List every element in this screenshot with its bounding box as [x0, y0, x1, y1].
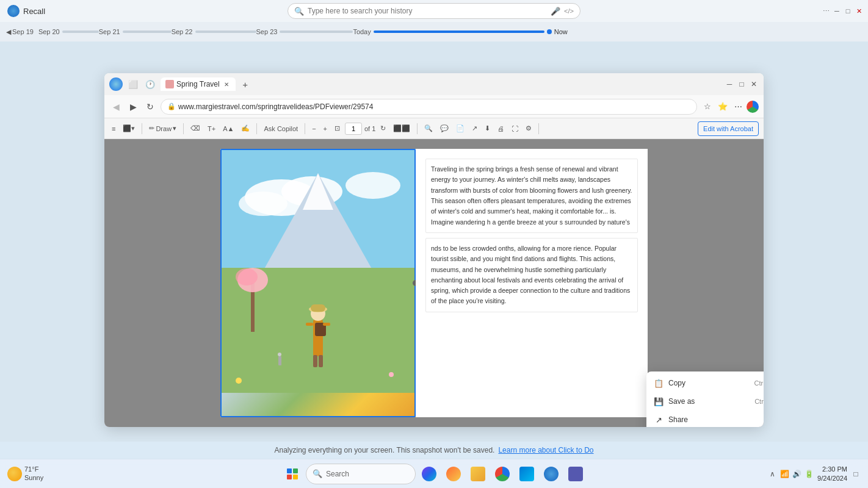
- chevron-up-icon[interactable]: ∧: [767, 469, 777, 479]
- pdf-text-tool[interactable]: ≡: [109, 121, 118, 136]
- timeline-now-label: Now: [554, 28, 568, 35]
- svg-point-3: [239, 192, 288, 216]
- pdf-two-page-button[interactable]: ⬛⬛: [391, 121, 413, 136]
- pdf-content-area: Traveling in the spring brings a fresh s…: [104, 139, 764, 427]
- taskbar-search-bar[interactable]: 🔍 Search: [306, 464, 416, 484]
- weather-condition: Sunny: [24, 474, 43, 482]
- new-tab-button[interactable]: +: [239, 78, 251, 90]
- timeline-today[interactable]: Today: [353, 28, 551, 35]
- browser-more-button[interactable]: ⋯: [731, 100, 745, 113]
- pdf-comment-button[interactable]: 💬: [438, 121, 451, 136]
- pdf-rotate-button[interactable]: ↻: [378, 121, 388, 136]
- pdf-add-text-tool[interactable]: T+: [205, 121, 218, 136]
- timeline-sep21[interactable]: Sep 21: [99, 28, 172, 35]
- ctx-copy-item[interactable]: 📋 Copy Ctrl+C: [646, 374, 764, 392]
- ctx-copy-label: Copy: [668, 379, 750, 387]
- learn-more-link[interactable]: Learn more about Click to Do: [498, 446, 593, 454]
- maximize-button[interactable]: □: [844, 7, 852, 15]
- browser-extensions-button[interactable]: ⬜: [126, 77, 140, 91]
- volume-icon[interactable]: 🔊: [792, 469, 801, 479]
- timeline-sep20[interactable]: Sep 20: [38, 28, 99, 35]
- browser-tab-spring-travel[interactable]: Spring Travel ✕: [161, 77, 236, 91]
- status-bar: Analyzing everything on your screen. Thi…: [0, 442, 868, 459]
- pdf-download-button[interactable]: ⬇: [482, 121, 493, 136]
- pdf-page-input[interactable]: [345, 123, 362, 135]
- timeline-back-button[interactable]: ◀ Sep 19: [6, 28, 34, 36]
- pdf-draw-tool[interactable]: ✏ Draw ▾: [146, 121, 179, 136]
- browser-close-button[interactable]: ✕: [749, 79, 759, 89]
- network-icon[interactable]: 📶: [779, 469, 789, 479]
- taskbar-center: 🔍 Search: [281, 463, 587, 485]
- timeline-sep22[interactable]: Sep 22: [172, 28, 256, 35]
- pdf-search-button[interactable]: 🔍: [422, 121, 435, 136]
- edit-with-acrobat-button[interactable]: Edit with Acrobat: [698, 121, 759, 136]
- weather-widget[interactable]: 71°F Sunny: [7, 465, 43, 481]
- tab-title: Spring Travel: [176, 80, 220, 88]
- history-search-bar[interactable]: 🔍 🎤 </>: [288, 3, 580, 19]
- taskbar-store-button[interactable]: [516, 463, 538, 485]
- pdf-expand-button[interactable]: ⛶: [509, 121, 521, 136]
- pdf-zoom-in-button[interactable]: +: [321, 121, 330, 136]
- status-text: Analyzing everything on your screen. Thi…: [274, 446, 494, 454]
- back-navigation-button[interactable]: ◀: [109, 100, 123, 113]
- pdf-view-button[interactable]: 📄: [454, 121, 467, 136]
- tab-close-button[interactable]: ✕: [222, 80, 231, 88]
- taskbar-teams-button[interactable]: [565, 463, 587, 485]
- taskbar-recall-button[interactable]: [540, 463, 562, 485]
- close-button[interactable]: ✕: [855, 7, 863, 15]
- mic-icon[interactable]: 🎤: [551, 7, 560, 16]
- pdf-share2-button[interactable]: ↗: [469, 121, 480, 136]
- weather-temp: 71°F: [24, 465, 43, 473]
- pdf-total-pages: of 1: [364, 125, 375, 132]
- timeline-track-sep20: [62, 30, 99, 33]
- pdf-settings-button[interactable]: ⚙: [523, 121, 534, 136]
- system-clock[interactable]: 2:30 PM 9/24/2024: [817, 465, 847, 483]
- ctx-share-item[interactable]: ↗ Share: [646, 411, 764, 427]
- url-bar[interactable]: 🔒 www.margiestravel.com/springtravelidea…: [161, 99, 697, 115]
- photos-icon: [446, 467, 461, 481]
- browser-maximize-button[interactable]: □: [737, 79, 747, 89]
- pdf-image-side[interactable]: [220, 149, 416, 417]
- notification-icon[interactable]: □: [851, 469, 861, 479]
- pdf-select-tool[interactable]: ⬛▾: [120, 121, 137, 136]
- pdf-print-button[interactable]: 🖨: [495, 121, 507, 136]
- ctx-share-label: Share: [668, 415, 764, 424]
- ctx-saveas-item[interactable]: 💾 Save as Ctrl+S: [646, 392, 764, 411]
- pdf-fit-button[interactable]: ⊡: [332, 121, 342, 136]
- favorites-button[interactable]: ☆: [701, 100, 714, 113]
- taskbar-photos-button[interactable]: [443, 463, 465, 485]
- pdf-text-size-tool[interactable]: A▲: [220, 121, 236, 136]
- more-options-button[interactable]: ⋯: [822, 7, 830, 15]
- pdf-ask-copilot-button[interactable]: Ask Copilot: [261, 121, 300, 136]
- taskbar-copilot-button[interactable]: [418, 463, 440, 485]
- browser-profile-icon[interactable]: [109, 77, 123, 91]
- history-search-input[interactable]: [308, 7, 547, 15]
- svg-rect-17: [319, 355, 323, 367]
- browser-history-button[interactable]: 🕐: [143, 77, 157, 91]
- recall-app-title: Recall: [23, 7, 45, 16]
- browser-minimize-button[interactable]: ─: [725, 79, 734, 89]
- pdf-toolbar: ≡ ⬛▾ ✏ Draw ▾ ⌫ T+ A▲ ✍ Ask Copilot − + …: [104, 118, 764, 139]
- pdf-eraser-tool[interactable]: ⌫: [188, 121, 203, 136]
- pdf-zoom-out-button[interactable]: −: [309, 121, 318, 136]
- files-icon: [471, 467, 485, 481]
- timeline-sep23[interactable]: Sep 23: [256, 28, 353, 35]
- title-bar-left: Recall: [7, 5, 45, 17]
- pdf-handwrite-tool[interactable]: ✍: [239, 121, 252, 136]
- refresh-button[interactable]: ↻: [143, 100, 157, 113]
- taskbar-edge-button[interactable]: [491, 463, 513, 485]
- taskbar-search-icon: 🔍: [313, 469, 322, 478]
- code-icon[interactable]: </>: [564, 7, 574, 15]
- start-button[interactable]: [281, 463, 303, 485]
- svg-point-20: [236, 378, 242, 384]
- collections-button[interactable]: ⭐: [716, 100, 729, 113]
- taskbar-files-button[interactable]: [467, 463, 489, 485]
- forward-navigation-button[interactable]: ▶: [126, 100, 140, 113]
- pdf-travel-image: [220, 149, 416, 417]
- minimize-button[interactable]: ─: [833, 7, 841, 15]
- context-menu: 📋 Copy Ctrl+C 💾 Save as Ctrl+S ↗ Share: [646, 371, 764, 427]
- window-controls: ⋯ ─ □ ✕: [822, 7, 863, 15]
- pdf-text-content-2: nds to be less crowded onths, allowing f…: [431, 243, 632, 307]
- address-bar: ◀ ▶ ↻ 🔒 www.margiestravel.com/springtrav…: [104, 95, 764, 118]
- battery-icon[interactable]: 🔋: [804, 469, 814, 479]
